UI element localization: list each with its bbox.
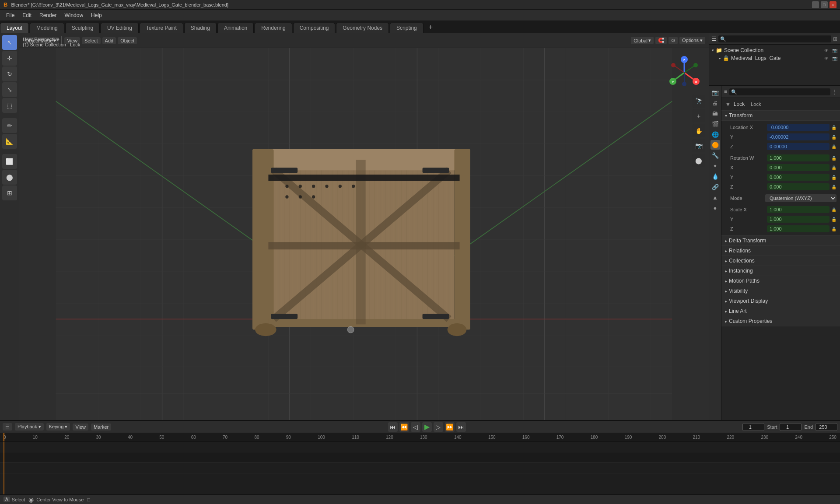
view-menu[interactable]: View — [73, 424, 88, 430]
object-menu[interactable]: Object — [118, 37, 137, 44]
play-button[interactable]: ▶ — [422, 422, 432, 432]
prev-frame-button[interactable]: ◁ — [411, 422, 420, 432]
props-icon-render[interactable]: 📷 — [710, 88, 720, 97]
section-viewport-display[interactable]: ▸ Viewport Display — [721, 296, 840, 306]
section-collections[interactable]: ▸ Collections — [721, 256, 840, 266]
props-icon-world[interactable]: 🌐 — [710, 130, 720, 139]
menu-edit[interactable]: Edit — [19, 11, 35, 19]
playback-menu[interactable]: Playback ▾ — [15, 423, 44, 430]
rotation-y-lock[interactable]: 🔒 — [831, 175, 836, 180]
tool-move[interactable]: ✛ — [2, 51, 17, 66]
view-menu[interactable]: View — [64, 37, 80, 44]
tool-add-cube[interactable]: ⬜ — [2, 154, 17, 169]
jump-start-button[interactable]: ⏮ — [388, 422, 398, 432]
viewport-options[interactable]: Options ▾ — [679, 37, 705, 44]
scene-eye-icon[interactable]: 👁 — [824, 48, 829, 53]
next-frame-button[interactable]: ▷ — [434, 422, 443, 432]
section-motion-paths[interactable]: ▸ Motion Paths — [721, 276, 840, 286]
tab-scripting[interactable]: Scripting — [390, 23, 424, 33]
tab-layout[interactable]: Layout — [0, 23, 29, 33]
timeline-scrubber[interactable]: 0 10 20 30 40 50 60 70 80 90 100 110 120… — [0, 433, 840, 442]
maximize-button[interactable]: □ — [821, 1, 828, 8]
props-icon-modifiers[interactable]: 🔧 — [710, 150, 720, 160]
timeline-menu-icon[interactable]: ☰ — [3, 423, 12, 430]
object-mode-selector[interactable]: Object Mode ▾ — [23, 37, 59, 44]
props-icon-object[interactable]: 🟠 — [710, 140, 720, 150]
tool-annotate[interactable]: ✏ — [2, 118, 17, 133]
scale-z-lock[interactable]: 🔒 — [831, 227, 836, 231]
move-view-button[interactable]: ✋ — [692, 124, 705, 137]
props-icon-constraints[interactable]: 🔗 — [710, 182, 720, 192]
tab-geometry-nodes[interactable]: Geometry Nodes — [336, 23, 389, 33]
rotation-x-value[interactable]: 0.000 — [767, 164, 830, 171]
snap-button[interactable]: 🧲 — [655, 37, 667, 44]
section-instancing[interactable]: ▸ Instancing — [721, 266, 840, 276]
rotation-z-lock[interactable]: 🔒 — [831, 185, 836, 189]
viewport-3d[interactable]: Object Mode ▾ View Select Add Object Glo… — [19, 33, 709, 420]
outliner-scene-collection[interactable]: ▾ 📁 Scene Collection 👁 📷 — [709, 46, 840, 54]
minimize-button[interactable]: — — [812, 1, 819, 8]
tab-animation[interactable]: Animation — [217, 23, 254, 33]
viewport-shading-solid[interactable]: ⬤ — [692, 154, 705, 167]
marker-menu[interactable]: Marker — [91, 424, 111, 430]
keying-menu[interactable]: Keying ▾ — [46, 423, 70, 430]
viewport-gizmo[interactable]: Z X Y — [667, 55, 702, 90]
window-controls[interactable]: — □ × — [812, 1, 836, 8]
menu-help[interactable]: Help — [88, 11, 105, 19]
scene-camera-icon[interactable]: 📷 — [832, 48, 837, 53]
outliner-filter-icon[interactable]: ⊞ — [833, 36, 837, 42]
current-frame-input[interactable]: 1 — [742, 423, 764, 431]
tab-sculpting[interactable]: Sculpting — [65, 23, 100, 33]
tab-modeling[interactable]: Modeling — [30, 23, 64, 33]
rotation-w-value[interactable]: 1.000 — [767, 154, 830, 161]
scale-x-lock[interactable]: 🔒 — [831, 207, 836, 212]
props-icon-particles[interactable]: ✦ — [710, 161, 720, 171]
rotation-w-lock[interactable]: 🔒 — [831, 156, 836, 161]
tab-texture-paint[interactable]: Texture Paint — [140, 23, 183, 33]
end-frame-input[interactable] — [816, 423, 837, 431]
section-visibility[interactable]: ▸ Visibility — [721, 286, 840, 296]
props-icon-data[interactable]: ▲ — [710, 192, 720, 202]
props-search-input[interactable] — [729, 88, 830, 95]
rotation-y-value[interactable]: 0.000 — [767, 174, 830, 181]
zoom-to-fit-button[interactable]: 🔭 — [692, 94, 705, 108]
props-icon-scene[interactable]: 🎬 — [710, 119, 720, 129]
mode-select[interactable]: Quaternion (WXYZ) XYZ Euler Axis Angle — [765, 194, 836, 202]
tab-uv-editing[interactable]: UV Editing — [101, 23, 139, 33]
tool-rotate[interactable]: ↻ — [2, 66, 17, 81]
proportional-editing[interactable]: ⊙ — [668, 37, 678, 44]
outliner-search[interactable] — [718, 35, 831, 42]
rotation-z-value[interactable]: 0.000 — [767, 183, 830, 190]
menu-render[interactable]: Render — [36, 11, 60, 19]
location-x-lock[interactable]: 🔒 — [831, 125, 836, 130]
tool-measure[interactable]: 📐 — [2, 134, 17, 149]
tab-rendering[interactable]: Rendering — [255, 23, 292, 33]
next-keyframe-button[interactable]: ⏩ — [445, 422, 455, 432]
zoom-in-button[interactable]: + — [692, 109, 705, 122]
section-delta-transform[interactable]: ▸ Delta Transform — [721, 236, 840, 246]
camera-view-button[interactable]: 📷 — [692, 139, 705, 152]
outliner-mesh-item[interactable]: ▸ 🔒 Medieval_Logs_Gate 👁 📷 — [716, 54, 840, 62]
prev-keyframe-button[interactable]: ⏪ — [399, 422, 409, 432]
section-custom-properties[interactable]: ▸ Custom Properties — [721, 316, 840, 326]
scale-z-value[interactable]: 1.000 — [767, 225, 830, 232]
props-icon-output[interactable]: 🖨 — [710, 98, 720, 108]
select-menu[interactable]: Select — [82, 37, 101, 44]
start-frame-input[interactable] — [780, 423, 802, 431]
tab-compositing[interactable]: Compositing — [293, 23, 336, 33]
menu-window[interactable]: Window — [61, 11, 87, 19]
mesh-camera-icon[interactable]: 📷 — [832, 56, 837, 61]
location-z-value[interactable]: 0.00000 — [767, 143, 830, 150]
location-y-value[interactable]: -0.00002 — [767, 133, 830, 140]
add-menu[interactable]: Add — [102, 37, 116, 44]
props-options-button[interactable]: ⋮ — [832, 89, 837, 95]
section-line-art[interactable]: ▸ Line Art — [721, 306, 840, 316]
tool-cursor[interactable]: ↖ — [2, 35, 17, 50]
menu-file[interactable]: File — [3, 11, 18, 19]
viewport-global[interactable]: Global ▾ — [631, 37, 654, 44]
scale-y-value[interactable]: 1.000 — [767, 216, 830, 223]
scale-y-lock[interactable]: 🔒 — [831, 217, 836, 222]
location-x-value[interactable]: -0.00000 — [767, 124, 830, 131]
tool-transform[interactable]: ⬚ — [2, 98, 17, 113]
props-icon-physics[interactable]: 💧 — [710, 172, 720, 181]
